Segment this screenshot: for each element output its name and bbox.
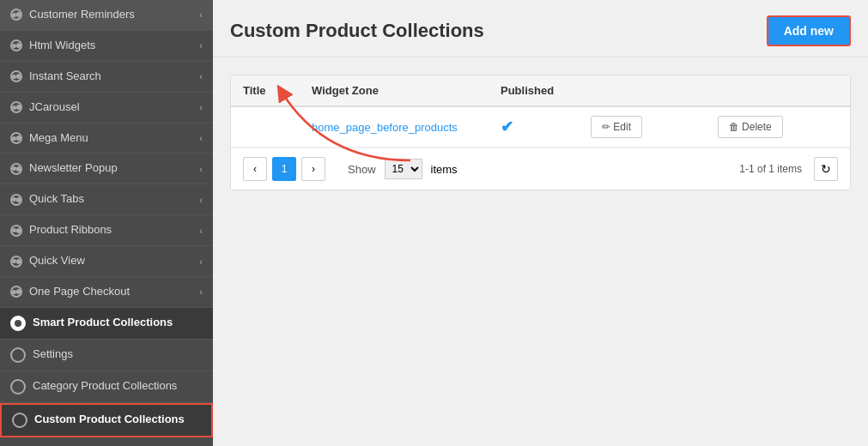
sidebar-label-newsletter-popup: Newsletter Popup xyxy=(29,161,199,176)
chevron-icon: ‹ xyxy=(199,133,203,143)
sidebar-label-customer-reminders: Customer Reminders xyxy=(29,8,199,22)
sidebar-icon-instant-search xyxy=(10,70,22,82)
sidebar-icon-custom-product-collections xyxy=(12,413,27,428)
add-new-button[interactable]: Add new xyxy=(767,15,851,46)
sidebar-icon-newsletter-popup xyxy=(10,163,22,175)
sidebar-item-html-widgets[interactable]: Html Widgets‹ xyxy=(0,31,213,62)
sidebar-label-custom-product-collections: Custom Product Collections xyxy=(34,413,201,427)
sidebar-icon-quick-view xyxy=(10,256,22,268)
chevron-icon: ‹ xyxy=(199,40,203,51)
cell-delete: 🗑 Delete xyxy=(701,106,850,148)
sidebar-item-instant-search[interactable]: Instant Search‹ xyxy=(0,62,213,93)
sidebar-item-quick-view[interactable]: Quick View‹ xyxy=(0,246,213,277)
edit-button[interactable]: ✏ Edit xyxy=(591,116,642,138)
col-header-action1 xyxy=(574,75,701,106)
sidebar-item-settings[interactable]: Settings xyxy=(0,340,213,371)
sidebar-item-custom-product-collections[interactable]: Custom Product Collections xyxy=(0,403,213,437)
annotation-arrow xyxy=(256,66,445,169)
chevron-icon: ‹ xyxy=(199,256,203,267)
page-title: Custom Product Collections xyxy=(230,20,484,42)
sidebar-icon-smart-product-collections xyxy=(10,316,26,331)
cell-edit: ✏ Edit xyxy=(574,106,701,148)
sidebar-label-jcarousel: JCarousel xyxy=(29,100,199,115)
sidebar-item-smart-product-collections[interactable]: Smart Product Collections xyxy=(0,308,213,340)
chevron-icon: ‹ xyxy=(199,102,203,112)
main-body: Title Widget Zone Published home_page_be… xyxy=(213,57,868,446)
sidebar-item-category-product-collections[interactable]: Category Product Collections xyxy=(0,371,213,403)
sidebar-icon-customer-reminders xyxy=(10,9,22,21)
sidebar-label-quick-tabs: Quick Tabs xyxy=(29,192,199,207)
sidebar-label-one-page-checkout: One Page Checkout xyxy=(29,285,199,299)
sidebar-label-category-product-collections: Category Product Collections xyxy=(33,379,203,394)
sidebar: Customer Reminders‹Html Widgets‹Instant … xyxy=(0,0,213,446)
delete-button[interactable]: 🗑 Delete xyxy=(718,116,783,138)
main-content-area: Custom Product Collections Add new Title… xyxy=(213,0,868,446)
col-header-action2 xyxy=(701,75,850,106)
sidebar-label-settings: Settings xyxy=(33,347,203,362)
sidebar-label-mega-menu: Mega Menu xyxy=(29,131,199,146)
sidebar-icon-settings xyxy=(10,347,26,363)
sidebar-item-product-ribbons[interactable]: Product Ribbons‹ xyxy=(0,215,213,246)
sidebar-label-html-widgets: Html Widgets xyxy=(29,39,199,53)
cell-published: ✔ xyxy=(489,106,574,148)
page-header: Custom Product Collections Add new xyxy=(213,0,868,57)
chevron-icon: ‹ xyxy=(199,9,203,20)
sidebar-label-smart-product-collections: Smart Product Collections xyxy=(33,316,203,330)
sidebar-label-product-ribbons: Product Ribbons xyxy=(29,223,199,238)
sidebar-item-jcarousel[interactable]: JCarousel‹ xyxy=(0,93,213,124)
chevron-icon: ‹ xyxy=(199,71,203,81)
sidebar-item-mega-menu[interactable]: Mega Menu‹ xyxy=(0,124,213,154)
col-header-published: Published xyxy=(489,75,574,106)
items-count: 1-1 of 1 items xyxy=(739,163,802,175)
sidebar-icon-one-page-checkout xyxy=(10,286,22,298)
sidebar-item-one-page-checkout[interactable]: One Page Checkout‹ xyxy=(0,277,213,308)
sidebar-icon-jcarousel xyxy=(10,101,22,113)
chevron-icon: ‹ xyxy=(199,164,203,174)
sidebar-icon-mega-menu xyxy=(10,132,22,144)
sidebar-icon-product-ribbons xyxy=(10,225,22,237)
sidebar-icon-html-widgets xyxy=(10,39,22,51)
chevron-icon: ‹ xyxy=(199,195,203,205)
published-checkmark: ✔ xyxy=(501,118,513,136)
refresh-button[interactable]: ↻ xyxy=(814,157,838,181)
sidebar-item-quick-tabs[interactable]: Quick Tabs‹ xyxy=(0,184,213,215)
chevron-icon: ‹ xyxy=(199,286,203,297)
sidebar-label-quick-view: Quick View xyxy=(29,254,199,268)
sidebar-item-newsletter-popup[interactable]: Newsletter Popup‹ xyxy=(0,154,213,184)
sidebar-label-instant-search: Instant Search xyxy=(29,69,199,84)
sidebar-icon-quick-tabs xyxy=(10,194,22,206)
sidebar-icon-category-product-collections xyxy=(10,379,26,395)
chevron-icon: ‹ xyxy=(199,226,203,236)
sidebar-item-customer-reminders[interactable]: Customer Reminders‹ xyxy=(0,0,213,31)
